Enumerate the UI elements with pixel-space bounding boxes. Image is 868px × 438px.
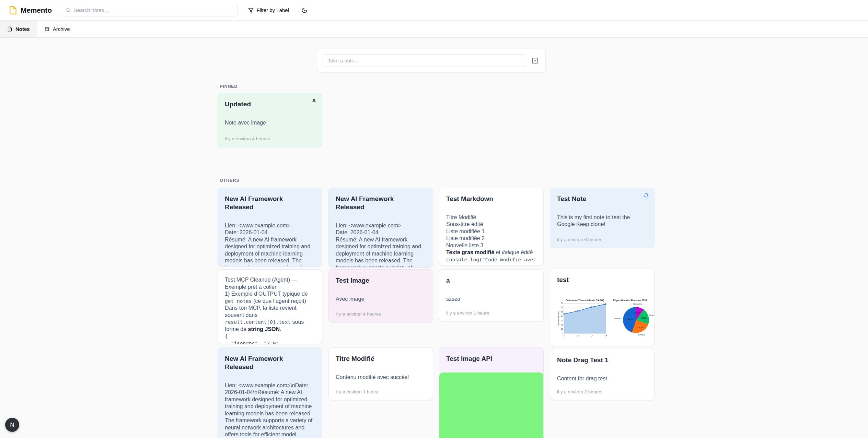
note-title: a bbox=[446, 276, 536, 285]
tab-archive[interactable]: Archive bbox=[37, 21, 77, 37]
svg-text:20: 20 bbox=[561, 323, 563, 325]
note-card-ai-framework-1[interactable]: New AI Framework Released Lien: <www.exa… bbox=[218, 188, 322, 267]
note-title: Test Image bbox=[336, 276, 426, 285]
svg-text:10: 10 bbox=[561, 328, 563, 330]
app-title: Memento bbox=[21, 6, 52, 14]
new-checklist-button[interactable] bbox=[530, 56, 540, 66]
note-card-drag-test[interactable]: Note Drag Test 1 Content for drag test i… bbox=[550, 349, 655, 400]
pie-pct-services: 25.0% bbox=[638, 327, 644, 329]
pie-pct-produits: 45.0% bbox=[628, 318, 633, 320]
note-title: Updated bbox=[225, 100, 315, 108]
note-card-test-markdown[interactable]: Test Markdown Titre ModifiéSous-titre éd… bbox=[439, 188, 544, 266]
others-section-label: OTHERS bbox=[220, 178, 239, 183]
note-content: Contenu modifié avec succès! bbox=[336, 374, 426, 381]
svg-text:50: 50 bbox=[561, 311, 563, 313]
note-card-test-note[interactable]: Test Note This is my first note to test … bbox=[550, 188, 655, 248]
user-avatar-button[interactable]: N bbox=[5, 418, 19, 432]
svg-text:Q1: Q1 bbox=[563, 334, 565, 336]
pie-pct-consulting: 10.0% bbox=[634, 312, 640, 314]
search-input[interactable] bbox=[74, 7, 233, 13]
note-content: Lien: <www.example.com> Date: 2026-01-04… bbox=[336, 222, 426, 268]
pie-label-licences: Licences bbox=[649, 314, 655, 316]
note-title: Test Image API bbox=[446, 355, 536, 363]
take-a-note-input[interactable] bbox=[323, 54, 526, 67]
search-icon bbox=[65, 8, 71, 13]
svg-text:30: 30 bbox=[561, 319, 563, 321]
filter-by-label-text: Filter by Label bbox=[257, 7, 289, 13]
note-timestamp: il y a environ 6 heures bbox=[557, 234, 647, 242]
moon-icon bbox=[301, 7, 308, 13]
note-attachments: 010203040506070Q1Q2Q3Q4Croissance Trimes… bbox=[557, 298, 647, 339]
note-timestamp: il y a environ 4 heures bbox=[336, 308, 426, 317]
note-title: Note Drag Test 1 bbox=[557, 356, 647, 364]
note-content: Avec image bbox=[336, 296, 426, 303]
note-title: Test Markdown bbox=[446, 195, 536, 203]
note-content: Content for drag test bbox=[557, 375, 647, 382]
tab-bar: Notes Archive bbox=[0, 21, 868, 38]
note-composer bbox=[317, 49, 546, 72]
search-box bbox=[61, 4, 238, 16]
note-title: Test Note bbox=[557, 195, 647, 203]
archive-icon bbox=[45, 26, 50, 32]
note-title: New AI Framework Released bbox=[336, 195, 426, 211]
bell-icon[interactable] bbox=[643, 192, 650, 199]
funnel-icon bbox=[248, 8, 254, 13]
note-card-test-image[interactable]: Test Image Avec image il y a environ 4 h… bbox=[328, 269, 433, 322]
note-card-test-image-api[interactable]: Test Image API bbox=[439, 347, 544, 438]
svg-text:Chiffre d'Affaires (M€): Chiffre d'Affaires (M€) bbox=[558, 311, 559, 326]
note-content: szsza bbox=[446, 296, 536, 303]
note-content: Lien: <www.example.com> Date: 2026-01-04… bbox=[225, 222, 315, 267]
note-content: This is my first note to test the Google… bbox=[557, 214, 647, 228]
svg-text:70: 70 bbox=[561, 302, 563, 304]
theme-toggle-button[interactable] bbox=[298, 4, 311, 16]
svg-text:40: 40 bbox=[561, 315, 563, 317]
svg-text:Croissance Trimestrielle du CA: Croissance Trimestrielle du CA (M€) bbox=[566, 299, 604, 302]
note-timestamp: il y a environ 2 heures bbox=[557, 386, 647, 394]
svg-text:Q4: Q4 bbox=[605, 334, 607, 336]
note-title: Titre Modifié bbox=[336, 355, 426, 363]
tab-notes[interactable]: Notes bbox=[0, 21, 37, 37]
note-card-ai-framework-2[interactable]: New AI Framework Released Lien: <www.exa… bbox=[328, 188, 433, 268]
note-card-titre-modifie[interactable]: Titre Modifié Contenu modifié avec succè… bbox=[328, 347, 433, 400]
line-chart-image: 010203040506070Q1Q2Q3Q4Croissance Trimes… bbox=[557, 298, 609, 339]
note-title: New AI Framework Released bbox=[225, 355, 315, 371]
svg-text:0: 0 bbox=[562, 332, 563, 334]
svg-text:Q3: Q3 bbox=[591, 334, 593, 336]
line-chart-plot: 010203040506070Q1Q2Q3Q4Croissance Trimes… bbox=[557, 298, 609, 339]
note-timestamp: il y a environ 1 heure bbox=[336, 386, 426, 394]
note-timestamp: il y a environ 1 heure bbox=[446, 307, 536, 316]
tab-notes-label: Notes bbox=[15, 26, 30, 32]
notes-board: PINNED Updated Note avec image il y a en… bbox=[0, 38, 868, 438]
pie-chart-title: Répartition des Revenus 2024 bbox=[613, 299, 647, 301]
note-title: New AI Framework Released bbox=[225, 195, 315, 211]
pinned-section-label: PINNED bbox=[220, 84, 238, 89]
file-icon bbox=[7, 26, 12, 32]
tab-archive-label: Archive bbox=[53, 26, 70, 32]
pie-label-consulting: Consulting bbox=[633, 303, 642, 305]
pie-chart-image: Répartition des Revenus 2024 Produits Se… bbox=[613, 298, 647, 339]
pie-chart-circle bbox=[623, 307, 649, 333]
note-card-updated[interactable]: Updated Note avec image il y a environ 4… bbox=[218, 93, 322, 147]
note-content: Lien: <www.example.com>\nDate: 2026-01-0… bbox=[225, 382, 315, 438]
note-timestamp: il y a environ 4 heures bbox=[225, 133, 315, 141]
filter-by-label-button[interactable]: Filter by Label bbox=[245, 4, 292, 16]
note-card-ai-framework-3[interactable]: New AI Framework Released Lien: <www.exa… bbox=[218, 347, 322, 438]
note-card-test-charts[interactable]: test 010203040506070Q1Q2Q3Q4Croissance T… bbox=[550, 269, 655, 346]
note-card-mcp-cleanup[interactable]: Test MCP Cleanup (Agent) — Exemple prêt … bbox=[218, 269, 322, 344]
svg-text:60: 60 bbox=[561, 306, 563, 308]
note-card-a[interactable]: a szsza il y a environ 1 heure bbox=[439, 269, 544, 321]
app-logo-icon bbox=[9, 6, 18, 15]
note-image bbox=[439, 372, 543, 438]
svg-text:Q2: Q2 bbox=[577, 334, 579, 336]
note-title: test bbox=[557, 276, 647, 284]
pie-pct-licences: 20.0% bbox=[641, 317, 647, 319]
avatar-initial: N bbox=[10, 422, 14, 428]
pin-icon[interactable] bbox=[311, 98, 317, 105]
note-content: Test MCP Cleanup (Agent) — Exemple prêt … bbox=[225, 276, 315, 344]
app-header: Memento Filter by Label bbox=[0, 0, 868, 21]
note-content: Titre ModifiéSous-titre éditéListe modif… bbox=[446, 214, 536, 263]
pie-label-services: Services bbox=[638, 334, 645, 336]
pie-label-produits: Produits bbox=[614, 318, 621, 320]
note-content: Note avec image bbox=[225, 119, 315, 127]
